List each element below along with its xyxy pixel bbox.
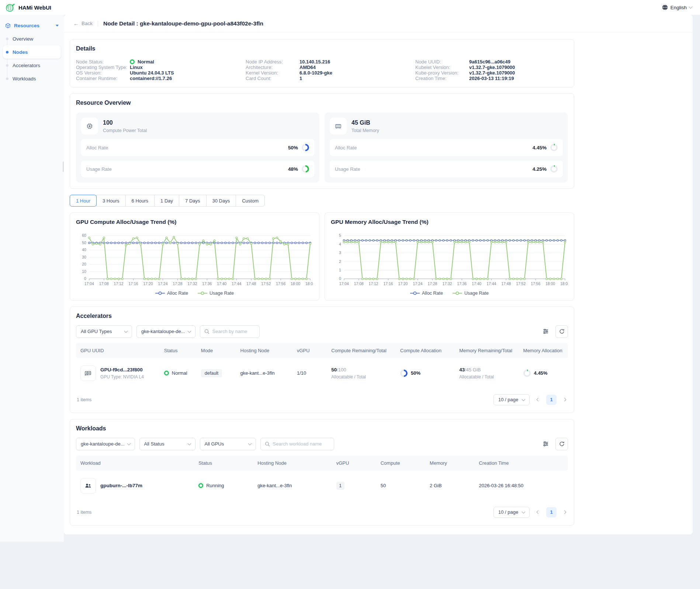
workloads-column-header: Status <box>194 455 253 471</box>
prev-page-button[interactable] <box>536 510 540 514</box>
gpu-card-icon <box>80 365 96 381</box>
usage-rate-value: 4.25% <box>533 166 547 172</box>
back-button[interactable]: ← Back <box>73 21 93 26</box>
gpu-uuid[interactable]: GPU-f9cd...23f800 <box>100 367 144 373</box>
accelerator-search-input[interactable] <box>212 329 255 334</box>
sidebar-item-accelerators[interactable]: Accelerators <box>3 59 61 72</box>
memory-usage-rate-row: Usage Rate 4.25% <box>330 160 563 177</box>
memory-alloc-donut <box>523 370 531 377</box>
time-range-7-days[interactable]: 7 Days <box>179 195 206 207</box>
svg-text:18:00: 18:00 <box>291 282 300 286</box>
sidebar-item-workloads[interactable]: Workloads <box>3 72 61 85</box>
detail-label: Node IP Address: <box>246 59 299 65</box>
page-number[interactable]: 1 <box>546 507 557 517</box>
next-page-button[interactable] <box>562 398 567 402</box>
items-count: 1 items <box>77 397 91 402</box>
workload-search-input[interactable] <box>273 441 330 447</box>
accelerators-column-header: vGPU <box>292 343 327 358</box>
svg-text:17:36: 17:36 <box>202 282 212 286</box>
column-settings-button[interactable] <box>539 325 552 338</box>
detail-field: Container Runtime:containerd://1.7.26 <box>76 76 229 81</box>
search-icon <box>265 441 270 447</box>
usage-rate-label: Usage Rate <box>335 166 360 172</box>
workload-node-select[interactable]: gke-kantaloupe-de... <box>76 438 135 450</box>
chevron-down-icon <box>124 329 128 333</box>
page-title: Node Detail : gke-kantaloupe-demo-gpu-po… <box>103 20 263 27</box>
time-range-30-days[interactable]: 30 Days <box>206 195 236 207</box>
workloads-column-header: Creation Time <box>475 455 568 471</box>
accelerators-table-header: GPU UUIDStatusModeHosting NodevGPUComput… <box>76 343 568 358</box>
time-range-custom[interactable]: Custom <box>236 195 265 207</box>
gpu-memory-trend-chart[interactable]: 01234517:0417:0817:1217:1617:2017:2417:2… <box>331 233 568 288</box>
details-grid: Node Status:NormalOperating System Type:… <box>76 59 568 81</box>
time-range-6-hours[interactable]: 6 Hours <box>125 195 155 207</box>
memory-caption: Allocatable / Total <box>459 374 494 380</box>
workload-gpus-select[interactable]: All GPUs <box>200 438 256 450</box>
refresh-button[interactable] <box>555 438 568 450</box>
detail-value: containerd://1.7.26 <box>130 76 172 81</box>
back-arrow-icon: ← <box>73 21 79 26</box>
refresh-button[interactable] <box>555 325 568 338</box>
svg-text:17:44: 17:44 <box>486 282 496 286</box>
prev-page-button[interactable] <box>536 398 540 402</box>
workload-row[interactable]: gpuburn-...-lb77m Running gke-kant...e-3… <box>76 471 568 501</box>
sidebar-resize-handle[interactable] <box>63 162 64 172</box>
accelerators-column-header: Memory Remaining/Total <box>455 343 519 358</box>
column-settings-button[interactable] <box>539 438 552 450</box>
detail-field: Kube-proxy Version:v1.32.7-gke.1079000 <box>415 70 568 76</box>
gpu-type-select[interactable]: All GPU Types <box>76 325 132 338</box>
sidebar-item-overview[interactable]: Overview <box>3 32 61 45</box>
detail-label: Kubelet Version: <box>415 65 469 70</box>
gpu-compute-trend-chart[interactable]: 010203040506017:0417:0817:1217:1617:2017… <box>76 233 313 288</box>
compute-total-label: Compute Power Total <box>103 128 147 133</box>
gpu-type: GPU Type: NVIDIA L4 <box>100 374 144 380</box>
workload-status-select[interactable]: All Status <box>139 438 195 450</box>
page-size-select[interactable]: 10 / page <box>493 507 530 518</box>
svg-text:18:04: 18:04 <box>305 282 313 286</box>
time-range-1-hour[interactable]: 1 Hour <box>70 195 97 207</box>
main-content: ← Back Node Detail : gke-kantaloupe-demo… <box>64 15 700 542</box>
legend-alloc-rate[interactable]: Alloc Rate <box>155 291 188 296</box>
page-header: ← Back Node Detail : gke-kantaloupe-demo… <box>64 15 693 32</box>
detail-label: Node UUID: <box>415 59 469 65</box>
language-selector[interactable]: English <box>662 4 692 10</box>
detail-value: v1.32.7-gke.1079000 <box>469 70 515 76</box>
search-icon <box>204 329 209 334</box>
accelerators-title: Accelerators <box>76 313 568 319</box>
chevron-down-icon <box>248 441 252 445</box>
accelerators-column-header: Compute Remaining/Total <box>327 343 396 358</box>
time-range-1-day[interactable]: 1 Day <box>154 195 179 207</box>
detail-value: 10.140.15.216 <box>299 59 330 65</box>
accelerator-row[interactable]: GPU-f9cd...23f800 GPU Type: NVIDIA L4 No… <box>76 358 568 388</box>
detail-field: Kubelet Version:v1.32.7-gke.1079000 <box>415 65 568 70</box>
legend-alloc-rate[interactable]: Alloc Rate <box>410 291 443 296</box>
workload-name[interactable]: gpuburn-...-lb77m <box>100 483 142 488</box>
detail-field: Node IP Address:10.140.15.216 <box>246 59 398 65</box>
page-size-select[interactable]: 10 / page <box>493 394 530 405</box>
detail-label: Node Status: <box>76 59 130 65</box>
legend-usage-rate[interactable]: Usage Rate <box>453 291 489 296</box>
page-size-value: 10 / page <box>498 509 518 515</box>
accelerators-column-header: Status <box>160 343 197 358</box>
workloads-table-header: WorkloadStatusHosting NodevGPUComputeMem… <box>76 455 568 471</box>
sidebar-section-resources[interactable]: Resources <box>0 20 64 31</box>
compute-alloc-value: 50% <box>411 370 420 376</box>
compute-usage-rate-row: Usage Rate 48% <box>81 160 314 177</box>
svg-text:17:20: 17:20 <box>143 282 153 286</box>
detail-field: Architecture:AMD64 <box>246 65 398 70</box>
compute-remaining: 50 <box>331 367 337 373</box>
hami-logo-icon <box>5 3 15 13</box>
divider <box>98 21 98 27</box>
time-range-3-hours[interactable]: 3 Hours <box>96 195 126 207</box>
svg-text:17:16: 17:16 <box>384 282 393 286</box>
sidebar-item-nodes[interactable]: Nodes <box>3 45 61 59</box>
workload-icon <box>80 478 96 493</box>
legend-usage-rate[interactable]: Usage Rate <box>198 291 234 296</box>
next-page-button[interactable] <box>562 510 567 514</box>
sidebar-item-label: Nodes <box>13 49 28 55</box>
workload-compute: 50 <box>381 483 386 488</box>
page-number[interactable]: 1 <box>546 395 557 405</box>
alloc-rate-label: Alloc Rate <box>86 145 108 150</box>
chevron-down-icon <box>127 441 131 445</box>
node-select[interactable]: gke-kantaloupe-de... <box>136 325 195 338</box>
